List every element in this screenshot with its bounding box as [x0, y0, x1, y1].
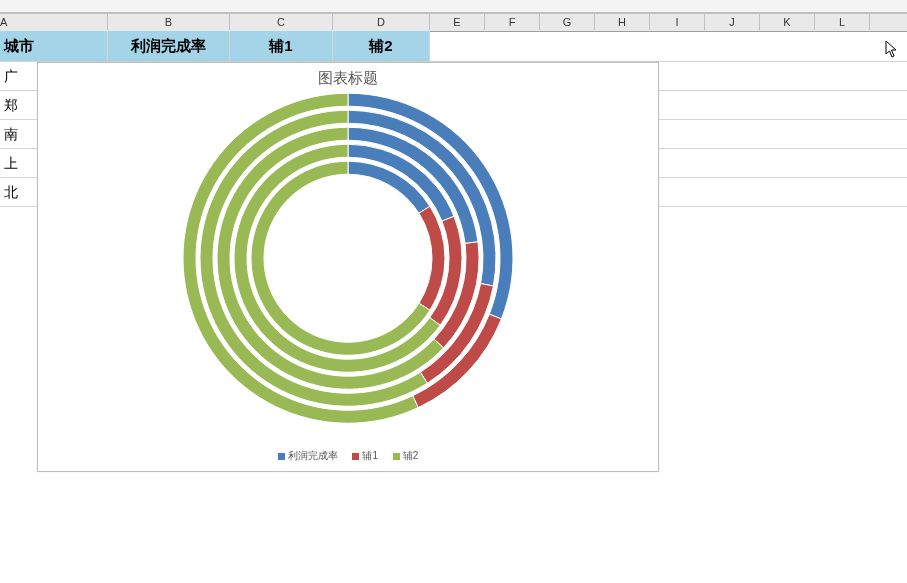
col-header-J[interactable]: J: [705, 14, 760, 30]
formula-bar-strip: [0, 0, 907, 13]
col-header-C[interactable]: C: [230, 14, 333, 30]
legend-label: 辅2: [403, 450, 419, 461]
chart-legend: 利润完成率 辅1 辅2: [38, 449, 658, 463]
table-header-row: 城市 利润完成率 辅1 辅2: [0, 31, 907, 62]
embedded-chart[interactable]: 图表标题 利润完成率 辅1 辅2: [37, 62, 659, 472]
header-aux2[interactable]: 辅2: [333, 31, 430, 61]
col-header-A[interactable]: A: [0, 14, 108, 30]
col-header-F[interactable]: F: [485, 14, 540, 30]
legend-swatch-green: [393, 453, 400, 460]
column-headers: A B C D E F G H I J K L: [0, 13, 907, 32]
col-header-H[interactable]: H: [595, 14, 650, 30]
legend-item-rate: 利润完成率: [278, 449, 338, 463]
legend-label: 辅1: [362, 450, 378, 461]
doughnut-chart-svg: [168, 78, 528, 438]
col-header-E[interactable]: E: [430, 14, 485, 30]
col-header-I[interactable]: I: [650, 14, 705, 30]
header-city[interactable]: 城市: [0, 31, 108, 61]
legend-item-aux1: 辅1: [352, 449, 378, 463]
col-header-G[interactable]: G: [540, 14, 595, 30]
legend-swatch-blue: [278, 453, 285, 460]
col-header-D[interactable]: D: [333, 14, 430, 30]
col-header-K[interactable]: K: [760, 14, 815, 30]
col-header-L[interactable]: L: [815, 14, 870, 30]
legend-swatch-red: [352, 453, 359, 460]
ring-segment[interactable]: [419, 206, 445, 310]
legend-item-aux2: 辅2: [393, 449, 419, 463]
header-aux1[interactable]: 辅1: [230, 31, 333, 61]
legend-label: 利润完成率: [288, 450, 338, 461]
header-rate[interactable]: 利润完成率: [108, 31, 230, 61]
chart-plot-area: [168, 78, 528, 441]
col-header-B[interactable]: B: [108, 14, 230, 30]
